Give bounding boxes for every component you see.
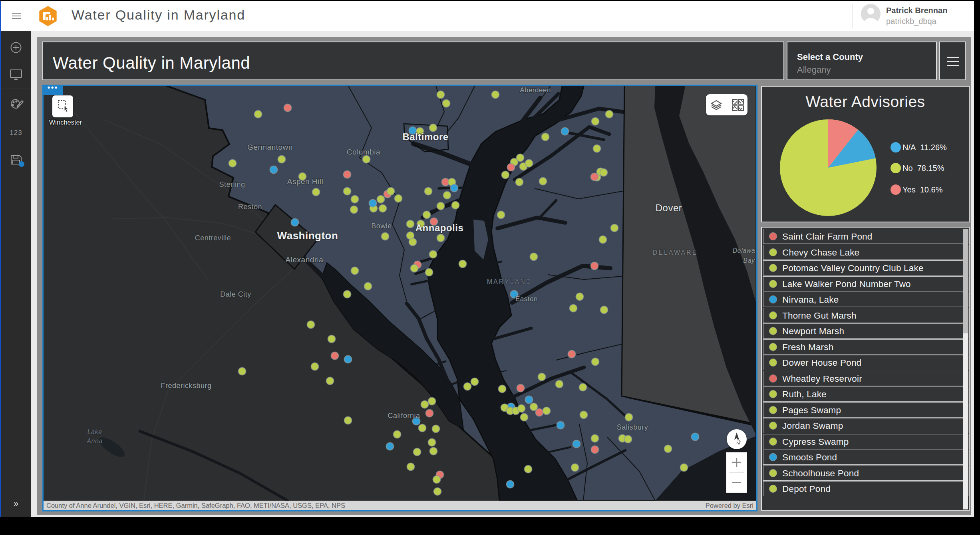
svg-text:Baltimore: Baltimore	[402, 131, 448, 142]
svg-text:Fredericksburg: Fredericksburg	[161, 382, 211, 390]
svg-text:Aberdeen: Aberdeen	[520, 86, 551, 94]
svg-text:Alexandria: Alexandria	[286, 256, 324, 264]
svg-text:Salisbury: Salisbury	[617, 423, 648, 431]
svg-text:DELAWARE: DELAWARE	[653, 249, 698, 256]
svg-text:Washington: Washington	[277, 230, 338, 242]
svg-text:Columbia: Columbia	[347, 148, 380, 156]
svg-text:California: California	[388, 412, 420, 420]
svg-text:Delawa: Delawa	[733, 247, 755, 254]
svg-text:Dover: Dover	[656, 202, 682, 213]
svg-text:MARYLAND: MARYLAND	[487, 278, 532, 285]
svg-text:Anna: Anna	[86, 438, 102, 444]
svg-text:Reston: Reston	[238, 203, 262, 211]
svg-text:Bowie: Bowie	[371, 222, 392, 230]
svg-text:Bay: Bay	[743, 257, 755, 264]
svg-text:Sterling: Sterling	[219, 180, 245, 188]
svg-text:Germantown: Germantown	[247, 143, 293, 151]
svg-text:Aspen Hill: Aspen Hill	[287, 177, 324, 186]
svg-text:Easton: Easton	[515, 295, 538, 303]
svg-text:Centreville: Centreville	[195, 234, 231, 242]
svg-text:Dale City: Dale City	[220, 290, 251, 298]
svg-text:Lake: Lake	[87, 428, 102, 435]
svg-text:Annapolis: Annapolis	[415, 222, 464, 233]
